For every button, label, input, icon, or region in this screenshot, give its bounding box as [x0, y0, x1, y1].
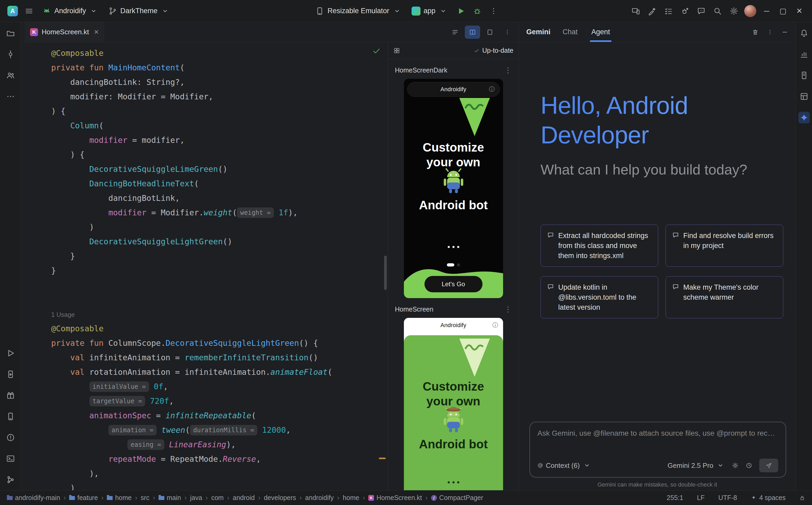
branch-selector[interactable]: DarkTheme: [105, 4, 173, 18]
code-line[interactable]: repeatMode = RepeatMode.Reverse,: [51, 452, 388, 466]
terminal-icon[interactable]: [5, 453, 16, 464]
code-line[interactable]: modifier = Modifier.weight(weight = 1f),: [51, 205, 388, 220]
gemini-spark-icon[interactable]: [798, 112, 810, 123]
version-control-graph-icon[interactable]: [5, 474, 16, 486]
code-line[interactable]: }: [51, 263, 388, 278]
project-folder-icon[interactable]: [5, 27, 16, 39]
code-line[interactable]: targetValue = 720f,: [51, 394, 388, 408]
breadcrumb-item[interactable]: src: [141, 494, 149, 502]
breadcrumb-item[interactable]: android: [233, 494, 255, 502]
code-line[interactable]: private fun ColumnScope.DecorativeSquigg…: [51, 336, 388, 350]
run-configuration-selector[interactable]: app: [408, 4, 451, 18]
breadcrumb-item[interactable]: com: [211, 494, 224, 502]
code-line[interactable]: animationSpec = infiniteRepeatable(: [51, 408, 388, 423]
preview-homescreen[interactable]: Androidify ⓘ Customize your own: [404, 318, 503, 490]
code-line[interactable]: val rotationAnimation = infiniteAnimatio…: [51, 365, 388, 379]
main-menu-icon[interactable]: [22, 4, 36, 18]
code-line[interactable]: @Composable: [51, 321, 388, 336]
code-line[interactable]: ) {: [51, 147, 388, 162]
device-manager-icon[interactable]: [5, 410, 16, 422]
more-tool-windows-icon[interactable]: [5, 91, 16, 102]
preview-name-light[interactable]: HomeScreen: [395, 306, 434, 313]
preview-gallery-icon[interactable]: [393, 47, 400, 54]
ai-pen-icon[interactable]: [645, 4, 659, 18]
trash-icon[interactable]: [752, 29, 759, 36]
code-line[interactable]: [51, 292, 388, 307]
close-tab-icon[interactable]: ✕: [94, 28, 99, 36]
code-line[interactable]: initialValue = 0f,: [51, 379, 388, 394]
ai-bug-icon[interactable]: [678, 4, 692, 18]
code-line[interactable]: modifier: Modifier = Modifier,: [51, 90, 388, 104]
send-button[interactable]: [759, 459, 778, 472]
code-view-icon[interactable]: [447, 26, 463, 39]
code-line[interactable]: ): [51, 481, 388, 490]
code-content[interactable]: @Composableprivate fun MainHomeContent( …: [21, 42, 388, 490]
mirror-device-icon[interactable]: [629, 4, 643, 18]
people-icon[interactable]: [5, 69, 16, 81]
user-avatar[interactable]: [743, 4, 757, 18]
preview-homescreendark[interactable]: Androidify ⓘ Customize your own: [404, 79, 503, 298]
code-line[interactable]: }: [51, 249, 388, 263]
breadcrumb-item[interactable]: ƒCompactPager: [431, 494, 483, 502]
commit-icon[interactable]: [5, 48, 16, 60]
breadcrumb-item[interactable]: java: [190, 494, 202, 502]
gemini-options-kebab-icon[interactable]: [767, 29, 774, 36]
code-line[interactable]: val infiniteAnimation = rememberInfinite…: [51, 350, 388, 365]
preview-menu-kebab-icon[interactable]: ⋮: [504, 307, 512, 312]
code-line[interactable]: modifier = modifier,: [51, 133, 388, 147]
breadcrumb-item[interactable]: KHomeScreen.kt: [368, 494, 422, 502]
device-explorer-icon[interactable]: [798, 69, 810, 81]
running-devices-icon[interactable]: [5, 368, 16, 380]
editor-options-kebab-icon[interactable]: [500, 26, 515, 39]
breadcrumb-item[interactable]: main: [158, 494, 181, 502]
ai-chat-icon[interactable]: [694, 4, 708, 18]
gift-icon[interactable]: [5, 389, 16, 401]
suggestion-card[interactable]: Find and resolve build errors in my proj…: [666, 224, 783, 267]
preview-menu-kebab-icon[interactable]: ⋮: [504, 68, 512, 73]
tab-agent[interactable]: Agent: [590, 22, 612, 42]
project-selector[interactable]: Androidify: [38, 4, 102, 18]
notifications-bell-icon[interactable]: [798, 27, 810, 39]
editor-tab-homescreen[interactable]: K HomeScreen.kt ✕: [25, 22, 104, 42]
run-button[interactable]: [454, 4, 468, 18]
inspections-ok-icon[interactable]: [372, 46, 381, 55]
suggestion-card[interactable]: Extract all hardcoded strings from this …: [541, 224, 658, 267]
run-icon[interactable]: [5, 347, 16, 359]
suggestion-card[interactable]: Update kotlin in @libs.version.toml to t…: [541, 276, 658, 318]
checklist-icon[interactable]: [662, 4, 675, 18]
maximize-window-icon[interactable]: ▢: [776, 7, 790, 15]
code-line[interactable]: private fun MainHomeContent(: [51, 60, 388, 75]
code-line[interactable]: 1 Usage: [51, 307, 388, 321]
code-line[interactable]: animation = tween(durationMillis = 12000…: [51, 423, 388, 437]
code-line[interactable]: DancingBotHeadlineText(: [51, 176, 388, 191]
tab-chat[interactable]: Chat: [561, 22, 579, 42]
code-line[interactable]: DecorativeSquiggleLimeGreen(): [51, 162, 388, 176]
indent-setting[interactable]: 4 spaces: [751, 494, 786, 502]
suggestion-card[interactable]: Make my Theme's color scheme warmer: [666, 276, 783, 318]
design-view-icon[interactable]: [482, 26, 497, 39]
close-window-icon[interactable]: ✕: [793, 7, 806, 15]
code-line[interactable]: [51, 278, 388, 292]
history-clock-icon[interactable]: [745, 462, 752, 469]
code-line[interactable]: Column(: [51, 118, 388, 133]
layout-inspector-icon[interactable]: [798, 91, 810, 102]
device-selector[interactable]: Resizable Emulator: [312, 4, 405, 18]
code-editor[interactable]: @Composableprivate fun MainHomeContent( …: [21, 42, 388, 490]
code-line[interactable]: dancingBotLink,: [51, 191, 388, 205]
more-run-actions-icon[interactable]: [487, 4, 500, 18]
context-selector[interactable]: Context (6): [537, 461, 591, 470]
breadcrumb-item[interactable]: home: [343, 494, 359, 502]
line-separator[interactable]: LF: [697, 494, 705, 502]
split-view-icon[interactable]: [465, 26, 480, 39]
hide-panel-icon[interactable]: [781, 29, 788, 36]
code-line[interactable]: ) {: [51, 104, 388, 118]
preview-name-dark[interactable]: HomeScreenDark: [395, 66, 447, 74]
lock-icon[interactable]: [799, 495, 805, 501]
debug-button[interactable]: [470, 4, 484, 18]
cursor-position[interactable]: 255:1: [667, 494, 683, 502]
code-line[interactable]: dancingBotLink: String?,: [51, 75, 388, 90]
breadcrumb-item[interactable]: developers: [264, 494, 296, 502]
breadcrumb-item[interactable]: androidify-main: [7, 494, 60, 502]
code-line[interactable]: DecorativeSquiggleLightGreen(): [51, 234, 388, 249]
profiler-icon[interactable]: [798, 48, 810, 60]
